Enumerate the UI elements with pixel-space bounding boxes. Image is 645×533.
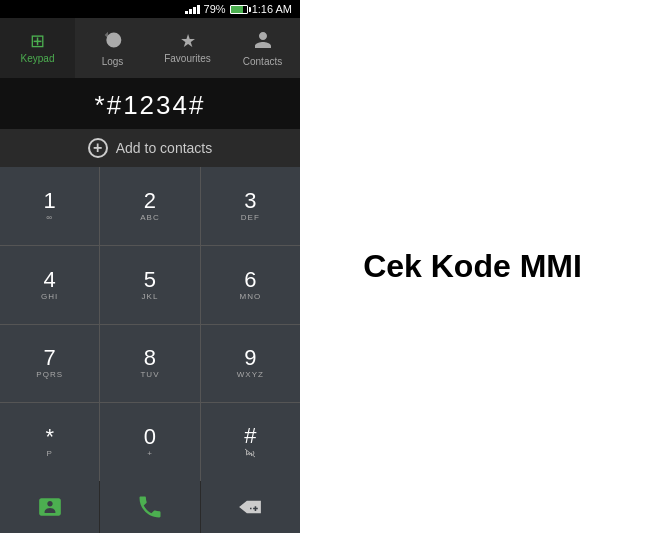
page-heading: Cek Kode MMI	[363, 248, 582, 285]
key-hash-sub	[244, 448, 256, 460]
battery-icon	[230, 5, 248, 14]
key-6[interactable]: 6 MNO	[201, 246, 300, 324]
key-hash-main: #	[244, 425, 256, 447]
key-6-main: 6	[244, 269, 256, 291]
signal-icon	[185, 5, 200, 14]
key-2-main: 2	[144, 190, 156, 212]
tab-logs[interactable]: Logs	[75, 18, 150, 78]
key-2[interactable]: 2 ABC	[100, 167, 199, 245]
bottom-action-bar	[0, 481, 300, 533]
contacts-icon	[253, 30, 273, 53]
key-7[interactable]: 7 PQRS	[0, 325, 99, 403]
key-6-sub: MNO	[239, 292, 261, 301]
key-4-sub: GHI	[41, 292, 58, 301]
favourites-tab-label: Favourites	[164, 53, 211, 64]
keypad-icon: ⊞	[30, 32, 45, 50]
key-star[interactable]: * P	[0, 403, 99, 481]
key-0-sub: +	[147, 449, 153, 458]
add-contacts-label: Add to contacts	[116, 140, 213, 156]
keypad-tab-label: Keypad	[21, 53, 55, 64]
key-0-main: 0	[144, 426, 156, 448]
key-3[interactable]: 3 DEF	[201, 167, 300, 245]
key-9-sub: WXYZ	[237, 370, 264, 379]
key-5-main: 5	[144, 269, 156, 291]
favourites-icon: ★	[180, 32, 196, 50]
right-text-area: Cek Kode MMI	[300, 228, 645, 305]
tab-keypad[interactable]: ⊞ Keypad	[0, 18, 75, 78]
key-5[interactable]: 5 JKL	[100, 246, 199, 324]
delete-button[interactable]	[201, 481, 300, 533]
key-1-sub: ∞	[46, 213, 53, 222]
key-1[interactable]: 1 ∞	[0, 167, 99, 245]
keypad-grid: 1 ∞ 2 ABC 3 DEF 4 GHI 5 JKL 6 MNO 7 PQRS…	[0, 167, 300, 481]
contacts-tab-label: Contacts	[243, 56, 282, 67]
phone-ui: 79% 1:16 AM ⊞ Keypad Logs ★ Favourites C…	[0, 0, 300, 533]
status-bar: 79% 1:16 AM	[0, 0, 300, 18]
nav-tabs: ⊞ Keypad Logs ★ Favourites Contacts	[0, 18, 300, 78]
key-8-main: 8	[144, 347, 156, 369]
key-star-main: *	[45, 426, 54, 448]
tab-contacts[interactable]: Contacts	[225, 18, 300, 78]
key-7-main: 7	[44, 347, 56, 369]
key-3-sub: DEF	[241, 213, 260, 222]
key-4-main: 4	[44, 269, 56, 291]
key-8[interactable]: 8 TUV	[100, 325, 199, 403]
key-0[interactable]: 0 +	[100, 403, 199, 481]
key-2-sub: ABC	[140, 213, 159, 222]
key-5-sub: JKL	[142, 292, 159, 301]
battery-percent: 79%	[204, 3, 226, 15]
contacts-shortcut-button[interactable]	[0, 481, 99, 533]
tab-favourites[interactable]: ★ Favourites	[150, 18, 225, 78]
logs-tab-label: Logs	[102, 56, 124, 67]
call-button[interactable]	[100, 481, 199, 533]
key-7-sub: PQRS	[36, 370, 63, 379]
key-8-sub: TUV	[140, 370, 159, 379]
key-4[interactable]: 4 GHI	[0, 246, 99, 324]
key-hash[interactable]: #	[201, 403, 300, 481]
status-time: 1:16 AM	[252, 3, 292, 15]
key-1-main: 1	[44, 190, 56, 212]
key-3-main: 3	[244, 190, 256, 212]
key-star-sub: P	[46, 449, 52, 458]
key-9[interactable]: 9 WXYZ	[201, 325, 300, 403]
add-contacts-bar[interactable]: + Add to contacts	[0, 129, 300, 167]
logs-icon	[103, 30, 123, 53]
key-9-main: 9	[244, 347, 256, 369]
number-display: *#1234#	[0, 78, 300, 129]
plus-icon: +	[88, 138, 108, 158]
